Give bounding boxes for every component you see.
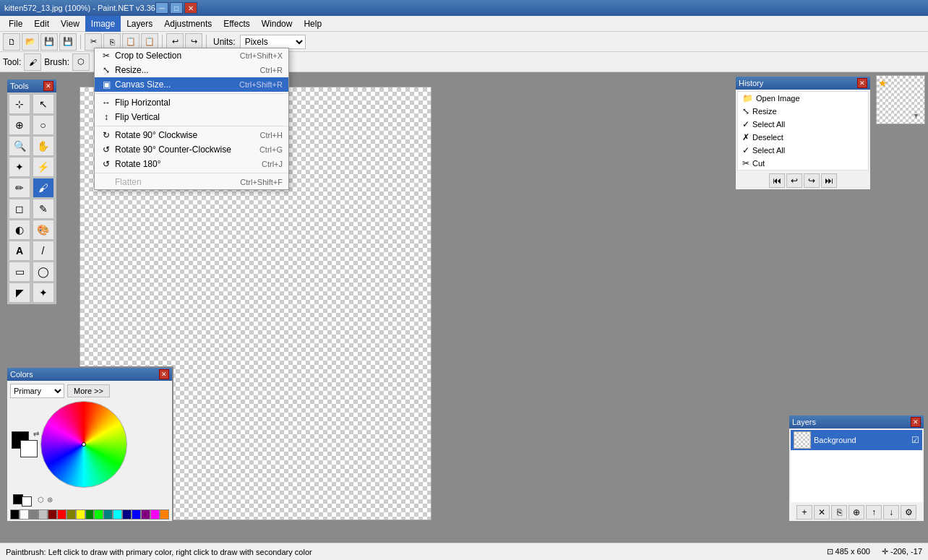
layer-visible-check[interactable]: ☑ bbox=[911, 435, 919, 445]
tool-pencil[interactable]: ✎ bbox=[33, 199, 54, 219]
tool-recolor[interactable]: 🎨 bbox=[33, 220, 54, 240]
menu-edit[interactable]: Edit bbox=[28, 16, 55, 32]
units-select[interactable]: Pixels Inches Centimeters bbox=[240, 35, 306, 49]
palette-red[interactable] bbox=[57, 509, 66, 520]
menu-item-rotate-180[interactable]: ↺ Rotate 180° Ctrl+J bbox=[95, 157, 288, 171]
menu-view[interactable]: View bbox=[55, 16, 85, 32]
history-item-open[interactable]: 📁 Open Image bbox=[738, 92, 868, 105]
menu-item-rotate-cw[interactable]: ↻ Rotate 90° Clockwise Ctrl+H bbox=[95, 128, 288, 142]
history-first-button[interactable]: ⏮ bbox=[769, 173, 785, 188]
tool-eraser[interactable]: ◻ bbox=[9, 199, 30, 219]
rotate-180-icon: ↺ bbox=[100, 158, 112, 170]
bg-swatch-small[interactable] bbox=[22, 496, 32, 507]
tool-label: Tool: bbox=[3, 57, 21, 67]
layers-delete-button[interactable]: ✕ bbox=[814, 505, 830, 520]
layers-move-down-button[interactable]: ↓ bbox=[883, 505, 899, 520]
history-item-select-all[interactable]: ✓ Select All bbox=[738, 118, 868, 131]
tools-close-button[interactable]: ✕ bbox=[43, 81, 53, 91]
layers-close-button[interactable]: ✕ bbox=[911, 417, 921, 427]
history-item-resize[interactable]: ⤡ Resize bbox=[738, 105, 868, 118]
history-undo-button[interactable]: ↩ bbox=[786, 173, 802, 188]
history-redo-button[interactable]: ↪ bbox=[804, 173, 820, 188]
palette-silver[interactable] bbox=[38, 509, 48, 520]
layers-properties-button[interactable]: ⚙ bbox=[901, 505, 916, 520]
open-button[interactable]: 📂 bbox=[22, 33, 39, 51]
rotate-cw-shortcut: Ctrl+H bbox=[260, 131, 283, 139]
palette-green[interactable] bbox=[85, 509, 95, 520]
tool-ellipse-shape[interactable]: ◯ bbox=[33, 262, 54, 282]
layers-add-button[interactable]: + bbox=[796, 505, 812, 520]
tool-magic-wand[interactable]: ✦ bbox=[9, 157, 30, 177]
colors-close-button[interactable]: ✕ bbox=[159, 369, 169, 379]
palette-black[interactable] bbox=[10, 509, 20, 520]
color-extra-row: ⬡ ⊛ bbox=[7, 491, 172, 508]
tool-select-btn[interactable]: 🖌 bbox=[24, 53, 41, 71]
color-mode-select[interactable]: Primary Secondary bbox=[10, 384, 64, 398]
tool-pan[interactable]: ✋ bbox=[33, 136, 54, 156]
menu-help[interactable]: Help bbox=[298, 16, 327, 32]
menu-adjustments[interactable]: Adjustments bbox=[158, 16, 218, 32]
history-item-cut[interactable]: ✂ Cut bbox=[738, 157, 868, 170]
history-select2-label: Select All bbox=[752, 146, 785, 155]
tool-lasso[interactable]: ⊕ bbox=[9, 115, 30, 135]
tool-clone[interactable]: ◐ bbox=[9, 220, 30, 240]
palette-teal[interactable] bbox=[103, 509, 113, 520]
tool-color-picker[interactable]: ✏ bbox=[9, 178, 30, 198]
tool-move[interactable]: ↖ bbox=[33, 94, 54, 114]
layers-duplicate-button[interactable]: ⎘ bbox=[831, 505, 847, 520]
tool-text[interactable]: A bbox=[9, 241, 30, 261]
close-button[interactable]: ✕ bbox=[184, 2, 197, 14]
history-item-deselect[interactable]: ✗ Deselect bbox=[738, 131, 868, 144]
tool-rectangle-select[interactable]: ⊹ bbox=[9, 94, 30, 114]
palette-magenta[interactable] bbox=[150, 509, 160, 520]
palette-navy[interactable] bbox=[122, 509, 132, 520]
menu-item-flip-h[interactable]: ↔ Flip Horizontal bbox=[95, 95, 288, 110]
brush-select-btn[interactable]: ⬡ bbox=[72, 53, 90, 71]
more-colors-button[interactable]: More >> bbox=[67, 384, 110, 397]
color-wheel-indicator bbox=[82, 442, 86, 447]
save-button[interactable]: 💾 bbox=[40, 33, 58, 51]
save-as-button[interactable]: 💾 bbox=[59, 33, 77, 51]
menu-item-flip-v[interactable]: ↕ Flip Vertical bbox=[95, 110, 288, 124]
tool-freeform[interactable]: ◤ bbox=[9, 283, 30, 303]
history-close-button[interactable]: ✕ bbox=[857, 78, 867, 88]
tool-ellipse-select[interactable]: ○ bbox=[33, 115, 54, 135]
palette-white[interactable] bbox=[20, 509, 29, 520]
color-wheel[interactable] bbox=[40, 401, 127, 488]
tool-zoom[interactable]: 🔍 bbox=[9, 136, 30, 156]
menu-item-rotate-ccw[interactable]: ↺ Rotate 90° Counter-Clockwise Ctrl+G bbox=[95, 142, 288, 157]
palette-cyan[interactable] bbox=[113, 509, 122, 520]
swap-colors-icon[interactable]: ⇄ bbox=[33, 430, 39, 438]
menu-window[interactable]: Window bbox=[256, 16, 298, 32]
palette-olive[interactable] bbox=[66, 509, 76, 520]
background-color[interactable] bbox=[20, 440, 38, 457]
palette-blue[interactable] bbox=[132, 509, 141, 520]
palette-purple[interactable] bbox=[141, 509, 150, 520]
history-last-button[interactable]: ⏭ bbox=[821, 173, 837, 188]
menu-item-resize[interactable]: ⤡ Resize... Ctrl+R bbox=[95, 63, 288, 77]
menu-image[interactable]: Image bbox=[85, 16, 121, 32]
status-bar: Paintbrush: Left click to draw with prim… bbox=[0, 543, 928, 560]
menu-file[interactable]: File bbox=[3, 16, 28, 32]
history-item-select-all-2[interactable]: ✓ Select All bbox=[738, 144, 868, 157]
new-button[interactable]: 🗋 bbox=[3, 33, 20, 51]
tool-extra[interactable]: ✦ bbox=[33, 283, 54, 303]
maximize-button[interactable]: □ bbox=[170, 2, 183, 14]
minimize-button[interactable]: ─ bbox=[155, 2, 168, 14]
layer-background[interactable]: Background ☑ bbox=[791, 430, 922, 450]
menu-layers[interactable]: Layers bbox=[121, 16, 158, 32]
palette-gray[interactable] bbox=[29, 509, 38, 520]
menu-item-canvas-size[interactable]: ▣ Canvas Size... Ctrl+Shift+R bbox=[95, 77, 288, 92]
tool-line[interactable]: / bbox=[33, 241, 54, 261]
palette-yellow[interactable] bbox=[76, 509, 85, 520]
palette-orange[interactable] bbox=[160, 509, 169, 520]
menu-effects[interactable]: Effects bbox=[218, 16, 255, 32]
layers-move-up-button[interactable]: ↑ bbox=[866, 505, 882, 520]
menu-item-crop[interactable]: ✂ Crop to Selection Ctrl+Shift+X bbox=[95, 48, 288, 63]
tool-paintbrush[interactable]: 🖌 bbox=[33, 178, 54, 198]
palette-lime[interactable] bbox=[94, 509, 103, 520]
tool-shapes[interactable]: ▭ bbox=[9, 262, 30, 282]
tool-paint-bucket[interactable]: ⚡ bbox=[33, 157, 54, 177]
layers-merge-button[interactable]: ⊕ bbox=[848, 505, 864, 520]
palette-maroon[interactable] bbox=[48, 509, 57, 520]
